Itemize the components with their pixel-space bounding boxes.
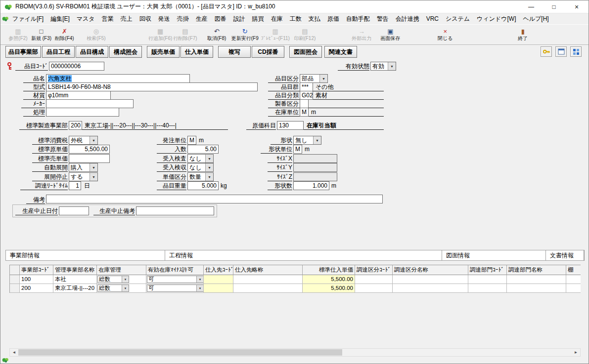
menu-item-11[interactable]: 購買 [249,14,268,24]
std-cost-input[interactable]: 5,500.00 [69,145,110,154]
cell-1-5[interactable] [233,284,303,293]
menu-item-14[interactable]: 支払 [305,14,324,24]
tab-9[interactable]: 関連文書 [324,46,357,58]
row-selector[interactable] [10,284,20,293]
menu-item-15[interactable]: 原価 [324,14,343,24]
recv-inspect-select[interactable]: なし▼ [187,154,214,163]
menu-item-1[interactable]: 編集[E] [47,14,73,24]
cell-1-0[interactable]: 200 [20,284,53,293]
delete-button[interactable]: ✗削除(F4) [53,25,76,43]
section-tab-1[interactable]: 工程情報 [165,250,442,260]
item-class-select[interactable]: 部品▼ [300,74,328,83]
screen-save-button[interactable]: ▣画面保存 [379,25,402,43]
std-mfg-division-code[interactable]: 200 [69,121,82,130]
cell-1-3[interactable]: 可▼ [146,284,204,293]
chevron-down-icon[interactable]: ▼ [90,136,97,144]
chevron-down-icon[interactable]: ▼ [205,163,213,171]
cell-0-2[interactable]: 総数▼ [97,275,146,284]
tab-6[interactable]: 複写 [218,46,251,58]
qty-per-input[interactable]: 5.00 [187,145,219,154]
undo-button[interactable]: ↶取消(F8) [205,25,228,43]
tab-7[interactable]: CD採番 [252,46,284,58]
cell-1-8[interactable] [393,284,468,293]
column-header-0[interactable]: 事業部ｺｰﾄﾞ [20,265,53,275]
cell-0-8[interactable] [393,275,468,284]
std-sell-price-input[interactable] [69,154,110,163]
menu-item-6[interactable]: 発送 [155,14,174,24]
cell-combo[interactable]: 総数▼ [97,276,129,283]
menu-item-19[interactable]: VRC [423,14,442,23]
cell-combo[interactable]: 可▼ [147,276,204,283]
scrollbar-track[interactable] [18,349,572,356]
column-header-8[interactable]: 調達区分名称 [393,265,468,275]
column-header-1[interactable]: 管理事業部名称 [53,265,97,275]
menu-item-5[interactable]: 回収 [136,14,155,24]
size-z-input[interactable] [293,172,337,181]
cell-combo[interactable]: 可▼ [147,284,204,292]
cell-1-6[interactable]: 5,500.00 [303,284,355,293]
cell-0-5[interactable] [233,275,303,284]
mdi-child-icon[interactable] [2,15,9,22]
menu-item-12[interactable]: 在庫 [268,14,286,24]
lead-time-input[interactable]: 1 [69,181,81,190]
menu-item-18[interactable]: 会計連携 [392,14,423,24]
column-header-9[interactable]: 調達部門ｺｰﾄﾞ [468,265,507,275]
column-header-7[interactable]: 調達区分ｺｰﾄﾞ [355,265,393,275]
shape-qty-input[interactable]: 1.000 [293,181,329,190]
section-tab-2[interactable]: 図面情報 [442,250,546,260]
cell-0-10[interactable] [507,275,566,284]
order-unit-code[interactable]: M [187,136,196,145]
item-name-input[interactable]: 六角支柱 [46,74,190,83]
tile-tool-button[interactable] [570,46,582,57]
column-header-4[interactable]: 仕入先ｺｰﾄﾞ [204,265,233,275]
weight-input[interactable]: 5.000 [187,181,219,190]
cell-0-7[interactable] [355,275,393,284]
cost-subject-code[interactable]: 130 [277,121,304,130]
section-tab-0[interactable]: 事業部情報 [6,250,165,260]
auto-expand-select[interactable]: 購入▼ [69,163,98,172]
menu-item-0[interactable]: ファイル[F] [9,14,47,24]
section-tab-3[interactable]: 文書情報 [546,250,584,260]
menu-item-21[interactable]: ウィンドウ[W] [473,14,519,24]
discontinue-note-input[interactable] [136,206,214,215]
menu-item-9[interactable]: 図番 [211,14,230,24]
expand-stop-select[interactable]: する▼ [69,172,98,181]
menu-item-17[interactable]: 警告 [373,14,392,24]
tab-4[interactable]: 販売単価 [147,46,180,58]
column-header-3[interactable]: 有効在庫ﾏｲﾅｽ許可 [146,265,204,275]
shape-select[interactable]: 無し▼ [293,136,321,145]
maximize-button[interactable]: □ [543,0,565,13]
exit-button[interactable]: ▮終了 [511,25,535,43]
cell-1-2[interactable]: 総数▼ [97,284,146,293]
cell-1-11[interactable] [566,284,581,293]
cell-0-0[interactable]: 100 [20,275,53,284]
cell-0-9[interactable] [468,275,507,284]
seiban-input[interactable] [300,99,309,108]
key-tool-button[interactable] [541,46,552,57]
new-button[interactable]: □新規 (F3) [30,25,53,43]
minimize-button[interactable]: — [520,0,543,13]
cell-1-4[interactable] [204,284,233,293]
chevron-down-icon[interactable]: ▼ [196,276,203,283]
remarks-input[interactable] [46,195,383,203]
cell-1-1[interactable]: 東京工場-||---20 [53,284,97,293]
price-class-select[interactable]: 数量▼ [187,172,214,181]
cell-0-1[interactable]: 本社 [53,275,97,284]
size-x-input[interactable] [293,154,337,163]
chevron-down-icon[interactable]: ▼ [90,173,97,181]
tab-2[interactable]: 品目構成 [76,46,108,58]
chevron-down-icon[interactable]: ▼ [205,173,213,181]
menu-item-4[interactable]: 売上 [117,14,136,24]
update-execute-button[interactable]: ↻更新実行(F9 [231,25,259,43]
model-input[interactable]: LSBH14-90-F60-M8-N8 [46,82,258,91]
cell-0-6[interactable]: 5,500.00 [303,275,355,284]
tab-1[interactable]: 品目工程 [42,46,75,58]
menu-item-8[interactable]: 生産 [192,14,211,24]
menu-item-10[interactable]: 設計 [230,14,249,24]
menu-item-22[interactable]: ヘルプ[H] [520,14,552,24]
cell-combo[interactable]: 総数▼ [97,284,129,292]
menu-item-3[interactable]: 営業 [98,14,117,24]
menu-item-7[interactable]: 売掛 [174,14,192,24]
cell-1-9[interactable] [468,284,507,293]
scrollbar-thumb[interactable] [18,349,342,356]
